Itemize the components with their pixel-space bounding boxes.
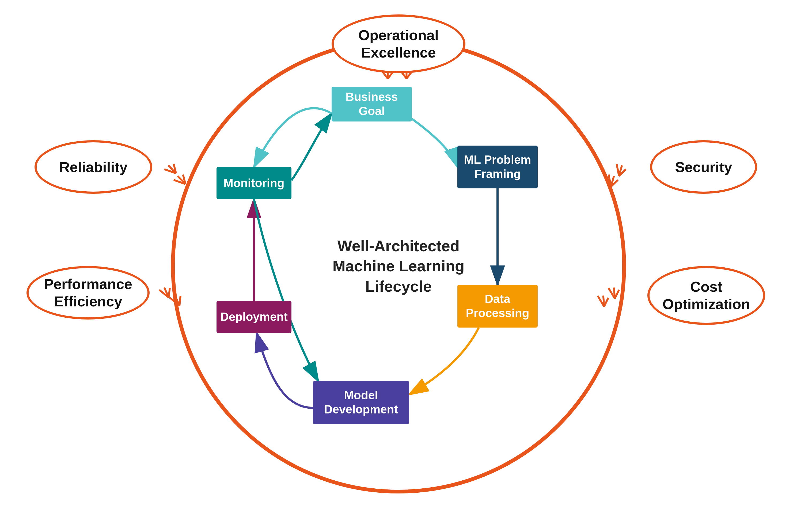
svg-line-21 [616, 165, 624, 176]
node-deployment: Deployment [216, 301, 291, 333]
svg-line-18 [178, 175, 186, 186]
ellipse-reliability: Reliability [35, 140, 152, 194]
svg-line-16 [174, 176, 185, 188]
svg-line-27 [164, 287, 169, 298]
svg-line-25 [159, 288, 169, 299]
node-model-development: Model Development [313, 381, 409, 424]
node-business-goal: Business Goal [331, 87, 412, 121]
node-monitoring: Monitoring [216, 167, 291, 199]
center-lifecycle-text: Well-Architected Machine Learning Lifecy… [318, 236, 479, 296]
node-ml-problem-framing: ML Problem Framing [457, 146, 538, 188]
svg-line-19 [612, 164, 624, 176]
node-data-processing: Data Processing [457, 285, 538, 327]
svg-line-13 [164, 165, 176, 177]
svg-line-15 [168, 164, 176, 175]
svg-line-23 [611, 178, 618, 188]
ellipse-performance-efficiency: Performance Efficiency [26, 266, 150, 320]
ellipse-security: Security [650, 140, 757, 194]
ellipse-cost-optimization: Cost Optimization [647, 266, 765, 325]
svg-line-14 [171, 164, 178, 173]
svg-line-20 [619, 168, 626, 177]
svg-line-26 [167, 288, 172, 298]
ellipse-operational-excellence: Operational Excellence [331, 15, 466, 73]
diagram-container: Operational Excellence Reliability Secur… [24, 12, 773, 520]
